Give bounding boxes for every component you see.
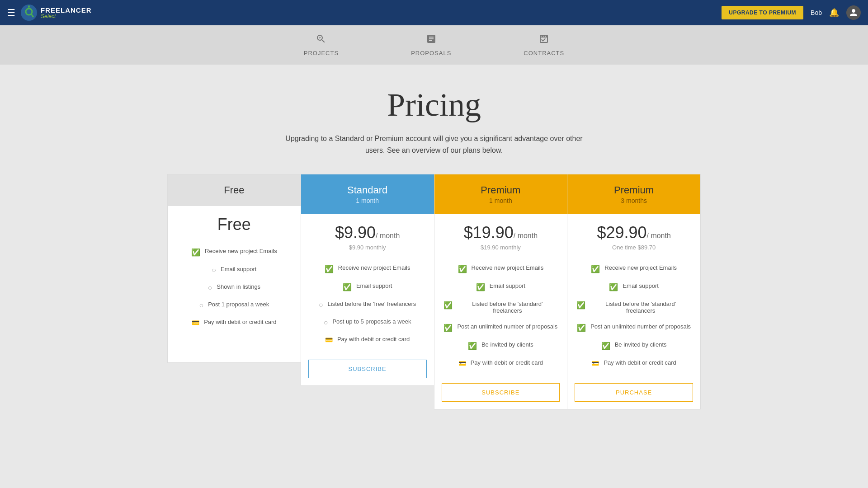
avatar[interactable] [846,5,861,20]
feature-label: Email support [623,282,658,289]
list-item: ✅ Receive new project Emails [576,260,691,278]
contracts-icon [538,33,549,47]
tab-contracts-label: CONTRACTS [524,50,564,56]
list-item: ✅ Post an unlimited number of proposals [576,319,691,337]
tab-projects[interactable]: PROJECTS [268,25,375,65]
nav-tabs: PROJECTS PROPOSALS CONTRACTS [0,25,868,65]
check-icon: ✅ [601,342,610,350]
feature-label: Listed before the 'standard' freelancers [457,300,558,314]
premium-month-price-number: $19.90 [464,223,514,242]
proposals-icon [426,33,437,47]
premium-3months-price-amount: $29.90/ month [575,223,693,242]
list-item: ○ Post up to 5 proposals a week [310,314,425,331]
premium-3months-price-number: $29.90 [597,223,646,242]
premium-month-price-unit: / month [514,232,538,239]
check-icon: ✅ [591,265,600,273]
premium-month-price-amount: $19.90/ month [442,223,560,242]
premium-3months-price-sub: One time $89.70 [575,244,693,251]
feature-label: Pay with debit or credit card [471,359,543,366]
standard-subscribe-button[interactable]: SUBSCRIBE [308,360,427,378]
svg-point-3 [28,5,30,7]
free-plan-features: ✅ Receive new project Emails ○ Email sup… [168,239,301,335]
credit-card-icon: 💳 [192,319,199,326]
list-item: ✅ Receive new project Emails [177,243,292,261]
list-item: ○ Email support [177,261,292,279]
tab-proposals[interactable]: PROPOSALS [375,25,487,65]
feature-label: Post an unlimited number of proposals [590,323,691,330]
standard-price-sub: $9.90 monthly [308,244,427,251]
logo-text: FREELANCER Select [41,7,92,19]
check-icon: ✅ [476,283,485,291]
plan-card-premium-3months: Premium 3 months $29.90/ month One time … [567,174,701,409]
circle-icon: ○ [324,319,328,327]
standard-price-unit: / month [376,232,400,239]
standard-plan-header: Standard 1 month [301,174,434,214]
upgrade-to-premium-button[interactable]: UPGRADE TO PREMIUM [722,6,803,19]
projects-icon [316,33,326,47]
list-item: ✅ Be invited by clients [576,337,691,355]
list-item: ○ Listed before the 'free' freelancers [310,296,425,314]
plan-card-premium-month: Premium 1 month $19.90/ month $19.90 mon… [434,174,568,409]
list-item: ✅ Receive new project Emails [310,260,425,278]
feature-label: Receive new project Emails [338,264,410,271]
premium-month-subscribe-button[interactable]: SUBSCRIBE [442,383,560,402]
check-icon: ✅ [468,342,477,350]
free-price-display: Free [175,215,293,234]
header: ☰ FREELANCER Select UPGRADE TO PREMIUM B… [0,0,868,25]
logo-freelancer-text: FREELANCER [41,7,92,14]
circle-icon: ○ [212,266,216,274]
premium-3months-price-unit: / month [647,232,671,239]
standard-price-amount: $9.90/ month [308,223,427,242]
check-icon: ✅ [325,265,334,273]
main-content: Pricing Upgrading to a Standard or Premi… [0,65,868,431]
credit-card-icon: 💳 [458,360,466,367]
list-item: ✅ Email support [310,278,425,296]
user-name: Bob [811,9,822,16]
premium-month-card-footer: SUBSCRIBE [434,376,567,409]
free-plan-header: Free [168,174,301,206]
premium-3months-plan-period: 3 months [575,197,693,204]
standard-price-number: $9.90 [335,223,376,242]
feature-label: Post 1 proposal a week [208,301,269,308]
premium-month-plan-period: 1 month [442,197,560,204]
check-icon: ✅ [609,283,618,291]
premium-3months-plan-name: Premium [614,184,654,196]
list-item: 💳 Pay with debit or credit card [576,355,691,371]
feature-label: Post up to 5 proposals a week [332,318,411,325]
premium-3months-purchase-button[interactable]: PURCHASE [575,383,693,402]
feature-label: Email support [356,282,392,289]
tab-proposals-label: PROPOSALS [411,50,451,56]
plan-card-standard-month: Standard 1 month $9.90/ month $9.90 mont… [301,174,434,386]
credit-card-icon: 💳 [325,336,333,343]
feature-label: Shown in listings [217,283,260,290]
standard-plan-features: ✅ Receive new project Emails ✅ Email sup… [301,255,434,352]
feature-label: Pay with debit or credit card [204,319,276,325]
list-item: ○ Shown in listings [177,279,292,296]
standard-plan-period: 1 month [308,197,427,204]
premium-month-plan-name: Premium [481,184,520,196]
credit-card-icon: 💳 [591,360,599,367]
feature-label: Email support [221,266,256,272]
feature-label: Listed before the 'free' freelancers [328,300,416,307]
check-icon: ✅ [443,301,453,310]
feature-label: Receive new project Emails [205,248,277,254]
feature-label: Be invited by clients [615,341,667,348]
page-subtitle: Upgrading to a Standard or Premium accou… [276,133,592,156]
premium-month-plan-header: Premium 1 month [434,174,567,214]
premium-month-price-sub: $19.90 monthly [442,244,560,251]
standard-plan-price: $9.90/ month $9.90 monthly [301,214,434,255]
free-plan-price: Free [168,206,301,239]
feature-label: Be invited by clients [481,341,533,348]
feature-label: Listed before the 'standard' freelancers [590,300,691,314]
list-item: ✅ Email support [576,278,691,296]
bell-icon[interactable]: 🔔 [829,8,839,18]
tab-contracts[interactable]: CONTRACTS [487,25,600,65]
premium-month-plan-price: $19.90/ month $19.90 monthly [434,214,567,255]
premium-3months-plan-features: ✅ Receive new project Emails ✅ Email sup… [567,255,700,376]
hamburger-menu-icon[interactable]: ☰ [7,7,15,18]
standard-plan-name: Standard [347,184,387,196]
tab-projects-label: PROJECTS [304,50,339,56]
premium-month-plan-features: ✅ Receive new project Emails ✅ Email sup… [434,255,567,376]
list-item: 💳 Pay with debit or credit card [443,355,558,371]
svg-rect-6 [320,37,320,39]
